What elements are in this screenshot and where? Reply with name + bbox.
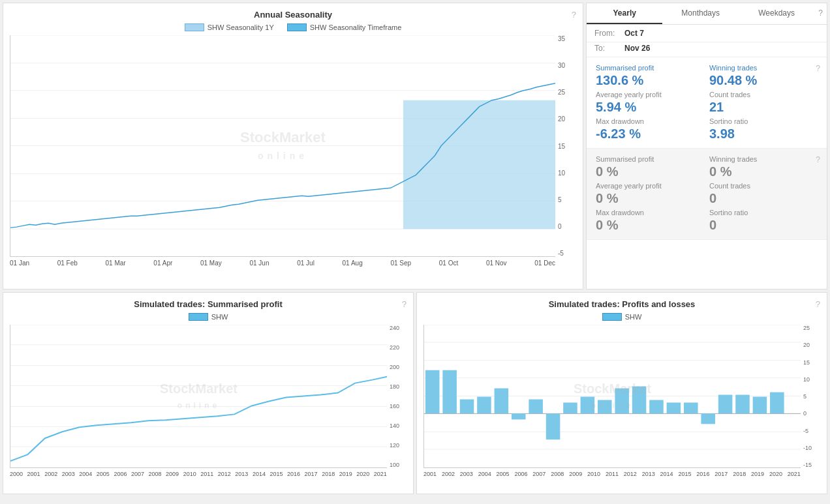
to-value: Nov 26 — [624, 44, 650, 53]
stats-section-1: ? Summarised profit 130.6 % Winning trad… — [587, 57, 827, 149]
winning-trades-label-2: Winning trades — [709, 155, 818, 163]
svg-rect-42 — [684, 402, 698, 413]
svg-rect-41 — [667, 402, 681, 413]
profits-losses-panel: ? Simulated trades: Profits and losses S… — [416, 292, 827, 494]
max-drawdown-1: Max drawdown -6.23 % — [596, 117, 704, 141]
svg-rect-40 — [649, 400, 664, 413]
avg-yearly-value-2: 0 % — [596, 191, 704, 206]
max-drawdown-2: Max drawdown 0 % — [596, 209, 704, 233]
bottom-left-help-icon[interactable]: ? — [402, 299, 407, 309]
chart-help-icon[interactable]: ? — [572, 10, 576, 20]
max-drawdown-value-1: -6.23 % — [596, 126, 704, 141]
svg-rect-37 — [598, 400, 612, 413]
bottom-left-title: Simulated trades: Summarised profit — [10, 299, 407, 309]
bottom-right-legend: SHW — [423, 313, 820, 321]
bottom-right-x-axis: 2001 2002 2003 2004 2005 2006 2007 2008 … — [423, 468, 801, 477]
tab-help-icon[interactable]: ? — [814, 3, 827, 24]
summarised-profit-value-1: 130.6 % — [596, 73, 704, 88]
bottom-right-legend-label: SHW — [625, 313, 642, 321]
max-drawdown-value-2: 0 % — [596, 218, 704, 233]
to-label: To: — [594, 44, 614, 53]
svg-rect-38 — [615, 389, 629, 414]
tab-weekdays[interactable]: Weekdays — [739, 3, 814, 24]
svg-rect-31 — [495, 389, 509, 414]
date-range-row: From: Oct 7 — [587, 25, 827, 42]
svg-rect-43 — [701, 413, 715, 424]
bottom-left-legend-item: SHW — [189, 313, 228, 321]
x-axis-labels: 01 Jan 01 Feb 01 Mar 01 Apr 01 May 01 Ju… — [10, 257, 555, 267]
summarised-profit-value-2: 0 % — [596, 164, 704, 179]
right-stats-panel: Yearly Monthdays Weekdays ? From: Oct 7 … — [586, 3, 827, 289]
bottom-right-legend-item: SHW — [602, 313, 642, 321]
winning-trades-value-1: 90.48 % — [709, 73, 818, 88]
max-drawdown-label-1: Max drawdown — [596, 117, 704, 125]
bottom-right-swatch — [602, 313, 622, 321]
svg-rect-47 — [770, 393, 784, 414]
count-trades-2: Count trades 0 — [709, 182, 818, 206]
avg-yearly-1: Average yearly profit 5.94 % — [596, 91, 704, 115]
winning-trades-label-1: Winning trades — [709, 64, 818, 72]
summarised-profit-1: Summarised profit 130.6 % — [596, 64, 704, 88]
bottom-right-title: Simulated trades: Profits and losses — [423, 299, 820, 309]
legend-swatch-1y — [185, 23, 204, 31]
date-to-row: To: Nov 26 — [587, 42, 827, 57]
sortino-value-1: 3.98 — [709, 126, 818, 141]
summarised-profit-label-1: Summarised profit — [596, 64, 704, 72]
bottom-left-legend-label: SHW — [211, 313, 228, 321]
from-label: From: — [594, 29, 614, 38]
bottom-left-legend: SHW — [10, 313, 407, 321]
winning-trades-1: Winning trades 90.48 % — [709, 64, 818, 88]
avg-yearly-2: Average yearly profit 0 % — [596, 182, 704, 206]
chart-legend: SHW Seasonality 1Y SHW Seasonality Timef… — [10, 23, 576, 31]
svg-rect-27 — [425, 370, 440, 414]
svg-rect-30 — [477, 396, 491, 413]
profits-losses-chart-area: StockMarketonline — [423, 325, 801, 468]
sortino-1: Sortino ratio 3.98 — [709, 117, 818, 141]
max-drawdown-label-2: Max drawdown — [596, 209, 704, 216]
svg-rect-46 — [753, 396, 767, 413]
svg-rect-28 — [442, 370, 457, 414]
svg-rect-44 — [718, 395, 733, 414]
svg-rect-32 — [512, 413, 526, 419]
svg-rect-33 — [529, 399, 543, 413]
winning-trades-value-2: 0 % — [709, 164, 818, 179]
svg-rect-35 — [563, 402, 577, 413]
avg-yearly-value-1: 5.94 % — [596, 100, 704, 115]
svg-rect-34 — [546, 413, 561, 439]
sortino-label-2: Sortino ratio — [709, 209, 818, 216]
sortino-value-2: 0 — [709, 218, 818, 233]
count-trades-value-1: 21 — [709, 100, 818, 115]
section1-help-icon[interactable]: ? — [816, 64, 820, 73]
sortino-2: Sortino ratio 0 — [709, 209, 818, 233]
svg-rect-39 — [632, 387, 647, 414]
bottom-left-swatch — [189, 313, 208, 321]
tab-monthdays[interactable]: Monthdays — [662, 3, 738, 24]
summarised-profit-panel: ? Simulated trades: Summarised profit SH… — [3, 292, 414, 494]
svg-rect-36 — [581, 396, 595, 413]
sortino-label-1: Sortino ratio — [709, 117, 818, 125]
count-trades-value-2: 0 — [709, 191, 818, 206]
from-value: Oct 7 — [624, 29, 644, 38]
summarised-profit-label-2: Summarised profit — [596, 155, 704, 163]
tab-yearly[interactable]: Yearly — [587, 3, 662, 24]
legend-item-tf: SHW Seasonality Timeframe — [287, 23, 402, 31]
annual-seasonality-chart-area: StockMarketonline — [10, 35, 555, 257]
tabs-row: Yearly Monthdays Weekdays ? — [587, 3, 827, 25]
count-trades-label-2: Count trades — [709, 182, 818, 190]
avg-yearly-label-2: Average yearly profit — [596, 182, 704, 190]
legend-item-1y: SHW Seasonality 1Y — [185, 23, 274, 31]
annual-seasonality-panel: Annual Seasonality SHW Seasonality 1Y SH… — [3, 3, 583, 289]
count-trades-1: Count trades 21 — [709, 91, 818, 115]
summarised-profit-chart-area: StockMarketonline — [10, 325, 387, 468]
legend-swatch-tf — [287, 23, 307, 31]
legend-label-1y: SHW Seasonality 1Y — [208, 23, 274, 31]
bottom-right-help-icon[interactable]: ? — [816, 299, 820, 309]
summarised-profit-2: Summarised profit 0 % — [596, 155, 704, 179]
chart-title: Annual Seasonality — [10, 10, 576, 20]
avg-yearly-label-1: Average yearly profit — [596, 91, 704, 98]
stats-section-2: ? Summarised profit 0 % Winning trades 0… — [587, 149, 827, 240]
bottom-left-x-axis: 2000 2001 2002 2003 2004 2005 2006 2007 … — [10, 468, 387, 477]
section2-help-icon[interactable]: ? — [816, 155, 820, 164]
svg-rect-45 — [735, 395, 750, 414]
count-trades-label-1: Count trades — [709, 91, 818, 98]
